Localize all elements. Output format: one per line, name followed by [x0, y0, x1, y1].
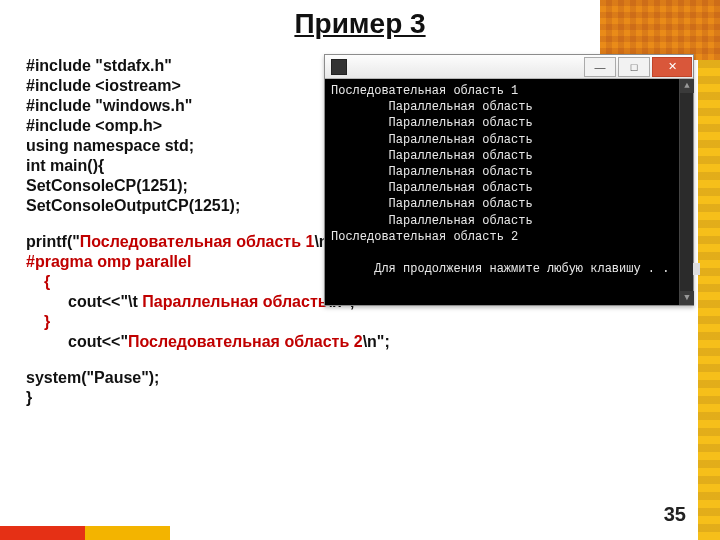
code-string-literal: Параллельная область [142, 293, 327, 310]
close-button[interactable]: ✕ [652, 57, 692, 77]
decoration-bottom-left [0, 526, 170, 540]
code-string-literal: Последовательная область 2 [128, 333, 363, 350]
console-body: Последовательная область 1 Параллельная … [325, 79, 693, 305]
scroll-down-icon[interactable]: ▼ [680, 291, 694, 305]
console-line: Последовательная область 2 [331, 229, 687, 245]
decoration-right [698, 60, 720, 540]
console-line: Параллельная область [331, 180, 687, 196]
slide-title: Пример 3 [0, 8, 720, 40]
code-text: cout<<"\t [68, 293, 142, 310]
console-line: Параллельная область [331, 164, 687, 180]
window-titlebar: — □ ✕ [325, 55, 693, 79]
console-line: Параллельная область [331, 115, 687, 131]
console-line: Параллельная область [331, 148, 687, 164]
scroll-up-icon[interactable]: ▲ [680, 79, 694, 93]
app-icon [331, 59, 347, 75]
cursor-icon [693, 263, 700, 275]
console-line: Параллельная область [331, 132, 687, 148]
code-string-literal: Последовательная область 1 [80, 233, 315, 250]
console-text: Для продолжения нажмите любую клавишу . … [374, 262, 691, 276]
console-window: — □ ✕ Последовательная область 1 Паралле… [324, 54, 694, 306]
maximize-button[interactable]: □ [618, 57, 650, 77]
code-text: cout<<" [68, 333, 128, 350]
console-line: Параллельная область [331, 196, 687, 212]
console-line: Параллельная область [331, 99, 687, 115]
console-line: Последовательная область 1 [331, 83, 687, 99]
code-brace-close: } [26, 312, 686, 332]
code-line: system("Pause"); [26, 368, 686, 388]
code-line: } [26, 388, 686, 408]
page-number: 35 [664, 503, 686, 526]
code-text: \n"; [363, 333, 390, 350]
scrollbar[interactable]: ▲ ▼ [679, 79, 693, 305]
console-line: Параллельная область [331, 213, 687, 229]
code-text: printf(" [26, 233, 80, 250]
code-line-cout2: cout<<"Последовательная область 2\n"; [26, 332, 686, 352]
console-line: Для продолжения нажмите любую клавишу . … [331, 245, 687, 294]
minimize-button[interactable]: — [584, 57, 616, 77]
